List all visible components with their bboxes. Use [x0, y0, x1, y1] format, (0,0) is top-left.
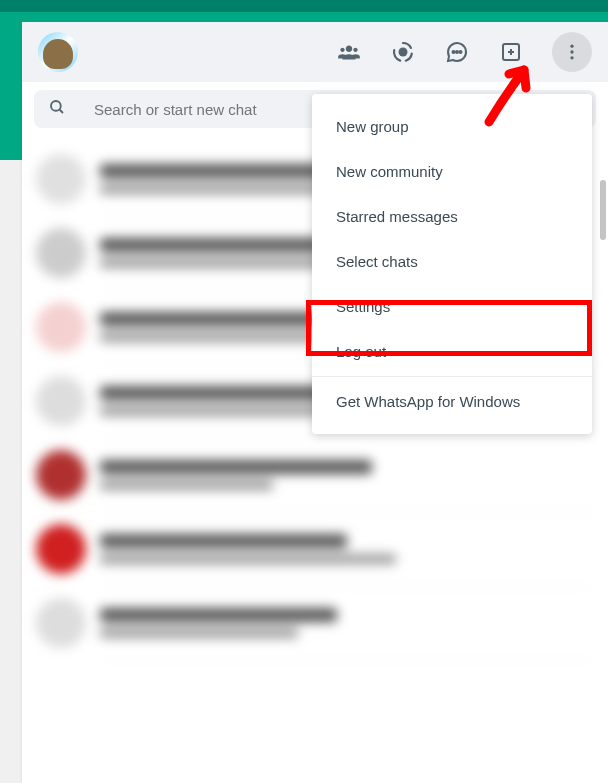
menu-button[interactable] [552, 32, 592, 72]
menu-item-get-desktop[interactable]: Get WhatsApp for Windows [312, 379, 592, 424]
svg-line-11 [59, 109, 63, 113]
status-icon[interactable] [390, 39, 416, 65]
svg-point-9 [570, 56, 573, 59]
menu-item-log-out[interactable]: Log out [312, 329, 592, 374]
svg-point-1 [453, 51, 455, 53]
search-icon [48, 98, 66, 120]
dropdown-menu: New group New community Starred messages… [312, 94, 592, 434]
profile-avatar[interactable] [38, 32, 78, 72]
svg-point-2 [456, 51, 458, 53]
menu-item-select-chats[interactable]: Select chats [312, 239, 592, 284]
menu-item-starred-messages[interactable]: Starred messages [312, 194, 592, 239]
header [22, 22, 608, 82]
three-dots-icon [562, 42, 582, 62]
teal-top-bar [0, 0, 608, 12]
menu-item-new-community[interactable]: New community [312, 149, 592, 194]
menu-divider [312, 376, 592, 377]
list-item[interactable] [22, 586, 608, 660]
communities-icon[interactable] [336, 39, 362, 65]
list-item[interactable] [22, 438, 608, 512]
svg-point-3 [460, 51, 462, 53]
svg-point-8 [570, 50, 573, 53]
header-icons [336, 32, 592, 72]
menu-item-new-group[interactable]: New group [312, 104, 592, 149]
list-item[interactable] [22, 512, 608, 586]
svg-point-0 [399, 48, 408, 57]
new-chat-icon[interactable] [444, 39, 470, 65]
menu-item-settings[interactable]: Settings [312, 284, 592, 329]
channels-icon[interactable] [498, 39, 524, 65]
svg-point-10 [51, 101, 61, 111]
svg-point-7 [570, 45, 573, 48]
app-container: New group New community Starred messages… [22, 22, 608, 783]
